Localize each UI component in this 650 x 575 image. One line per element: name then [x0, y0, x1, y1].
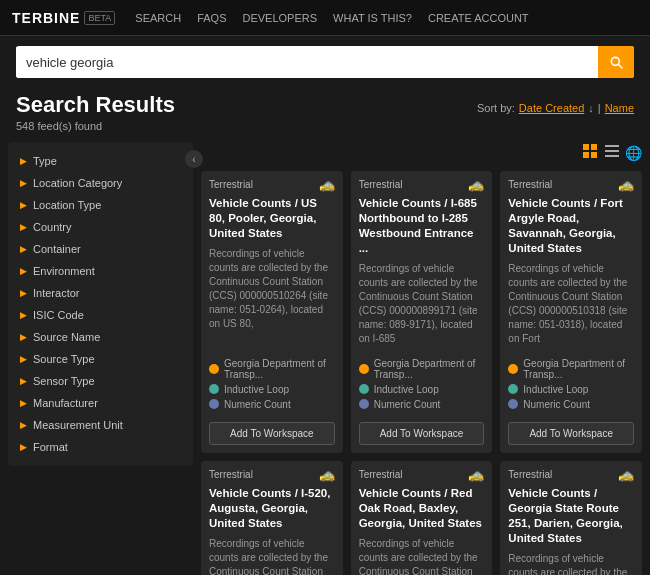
card-2-icon: 🚕	[618, 177, 634, 192]
svg-rect-0	[583, 144, 589, 150]
card-3-desc: Recordings of vehicle counts are collect…	[201, 537, 343, 575]
card-2-desc: Recordings of vehicle counts are collect…	[500, 262, 642, 352]
filter-measurement-unit[interactable]: ▶Measurement Unit	[8, 414, 193, 436]
main-layout: ‹ ▶Type ▶Location Category ▶Location Typ…	[0, 136, 650, 575]
filter-container[interactable]: ▶Container	[8, 238, 193, 260]
card-0-count: Numeric Count	[224, 399, 291, 410]
card-4-type: Terrestrial	[359, 469, 403, 480]
card-5: Terrestrial 🚕 Vehicle Counts / Georgia S…	[500, 461, 642, 575]
sort-name-link[interactable]: Name	[605, 102, 634, 114]
sort-label: Sort by:	[477, 102, 515, 114]
card-2-type-row: Terrestrial 🚕	[500, 171, 642, 194]
sort-bar: Sort by: Date Created ↓ | Name	[477, 102, 634, 114]
filter-type[interactable]: ▶Type	[8, 150, 193, 172]
filter-location-type[interactable]: ▶Location Type	[8, 194, 193, 216]
results-header: Search Results 548 feed(s) found Sort by…	[0, 84, 650, 136]
card-2-meta: Georgia Department of Transp... Inductiv…	[500, 352, 642, 416]
card-2-title: Vehicle Counts / Fort Argyle Road, Savan…	[500, 194, 642, 262]
list-view-btn[interactable]	[603, 142, 621, 163]
card-1: Terrestrial 🚕 Vehicle Counts / I-685 Nor…	[351, 171, 493, 453]
search-section	[0, 36, 650, 84]
card-2-loop: Inductive Loop	[523, 384, 588, 395]
results-count: 548 feed(s) found	[16, 118, 175, 132]
card-2-footer: Add To Workspace	[500, 416, 642, 453]
filter-source-name[interactable]: ▶Source Name	[8, 326, 193, 348]
card-4-desc: Recordings of vehicle counts are collect…	[351, 537, 493, 575]
filter-isic[interactable]: ▶ISIC Code	[8, 304, 193, 326]
nav-search[interactable]: SEARCH	[135, 12, 181, 24]
card-2-loop-row: Inductive Loop	[508, 382, 634, 397]
card-0-org-icon	[209, 364, 219, 374]
card-1-org-row: Georgia Department of Transp...	[359, 356, 485, 382]
svg-rect-5	[605, 150, 619, 152]
svg-rect-2	[583, 152, 589, 158]
nav-links: SEARCH FAQS DEVELOPERS WHAT IS THIS? CRE…	[135, 12, 528, 24]
card-0-count-icon	[209, 399, 219, 409]
search-button[interactable]	[598, 46, 634, 78]
card-4-title: Vehicle Counts / Red Oak Road, Baxley, G…	[351, 484, 493, 537]
card-0-desc: Recordings of vehicle counts are collect…	[201, 247, 343, 352]
card-3-icon: 🚕	[319, 467, 335, 482]
card-1-footer: Add To Workspace	[351, 416, 493, 453]
card-4-icon: 🚕	[468, 467, 484, 482]
nav-create-account[interactable]: CREATE ACCOUNT	[428, 12, 529, 24]
card-0-title: Vehicle Counts / US 80, Pooler, Georgia,…	[201, 194, 343, 247]
card-1-add-btn[interactable]: Add To Workspace	[359, 422, 485, 445]
card-1-loop: Inductive Loop	[374, 384, 439, 395]
map-view-btn[interactable]: 🌐	[625, 145, 642, 161]
card-0-loop-icon	[209, 384, 219, 394]
sidebar-collapse-btn[interactable]: ‹	[185, 150, 203, 168]
card-0-org: Georgia Department of Transp...	[224, 358, 335, 380]
card-5-desc: Recordings of vehicle counts are collect…	[500, 552, 642, 576]
search-bar	[16, 46, 634, 78]
card-1-org-icon	[359, 364, 369, 374]
logo-text: TERBINE	[12, 10, 80, 26]
search-icon	[608, 54, 624, 70]
card-0-meta: Georgia Department of Transp... Inductiv…	[201, 352, 343, 416]
filter-format[interactable]: ▶Format	[8, 436, 193, 458]
card-3-type-row: Terrestrial 🚕	[201, 461, 343, 484]
nav-faqs[interactable]: FAQS	[197, 12, 226, 24]
filter-source-type[interactable]: ▶Source Type	[8, 348, 193, 370]
sidebar: ‹ ▶Type ▶Location Category ▶Location Typ…	[8, 142, 193, 575]
card-0-icon: 🚕	[319, 177, 335, 192]
svg-rect-1	[591, 144, 597, 150]
results-title: Search Results	[16, 92, 175, 118]
search-input[interactable]	[16, 47, 598, 78]
sort-date-link[interactable]: Date Created	[519, 102, 584, 114]
card-2-loop-icon	[508, 384, 518, 394]
card-3-type: Terrestrial	[209, 469, 253, 480]
card-2-type: Terrestrial	[508, 179, 552, 190]
grid-view-btn[interactable]	[581, 142, 599, 163]
card-1-meta: Georgia Department of Transp... Inductiv…	[351, 352, 493, 416]
nav-what[interactable]: WHAT IS THIS?	[333, 12, 412, 24]
filter-sensor-type[interactable]: ▶Sensor Type	[8, 370, 193, 392]
filter-country[interactable]: ▶Country	[8, 216, 193, 238]
card-2-org-icon	[508, 364, 518, 374]
card-1-type: Terrestrial	[359, 179, 403, 190]
card-2-org: Georgia Department of Transp...	[523, 358, 634, 380]
card-3-title: Vehicle Counts / I-520, Augusta, Georgia…	[201, 484, 343, 537]
card-0-add-btn[interactable]: Add To Workspace	[209, 422, 335, 445]
card-4: Terrestrial 🚕 Vehicle Counts / Red Oak R…	[351, 461, 493, 575]
filter-location-category[interactable]: ▶Location Category	[8, 172, 193, 194]
nav-developers[interactable]: DEVELOPERS	[242, 12, 317, 24]
card-1-loop-row: Inductive Loop	[359, 382, 485, 397]
card-5-type: Terrestrial	[508, 469, 552, 480]
card-2-count-row: Numeric Count	[508, 397, 634, 412]
card-1-icon: 🚕	[468, 177, 484, 192]
svg-rect-4	[605, 145, 619, 147]
cards-grid: Terrestrial 🚕 Vehicle Counts / US 80, Po…	[201, 171, 642, 575]
svg-rect-6	[605, 155, 619, 157]
filter-interactor[interactable]: ▶Interactor	[8, 282, 193, 304]
sort-sep2: |	[598, 102, 601, 114]
card-0-count-row: Numeric Count	[209, 397, 335, 412]
card-2-count: Numeric Count	[523, 399, 590, 410]
card-2-org-row: Georgia Department of Transp...	[508, 356, 634, 382]
card-1-desc: Recordings of vehicle counts are collect…	[351, 262, 493, 352]
card-2-add-btn[interactable]: Add To Workspace	[508, 422, 634, 445]
card-1-count-row: Numeric Count	[359, 397, 485, 412]
card-5-type-row: Terrestrial 🚕	[500, 461, 642, 484]
filter-environment[interactable]: ▶Environment	[8, 260, 193, 282]
filter-manufacturer[interactable]: ▶Manufacturer	[8, 392, 193, 414]
